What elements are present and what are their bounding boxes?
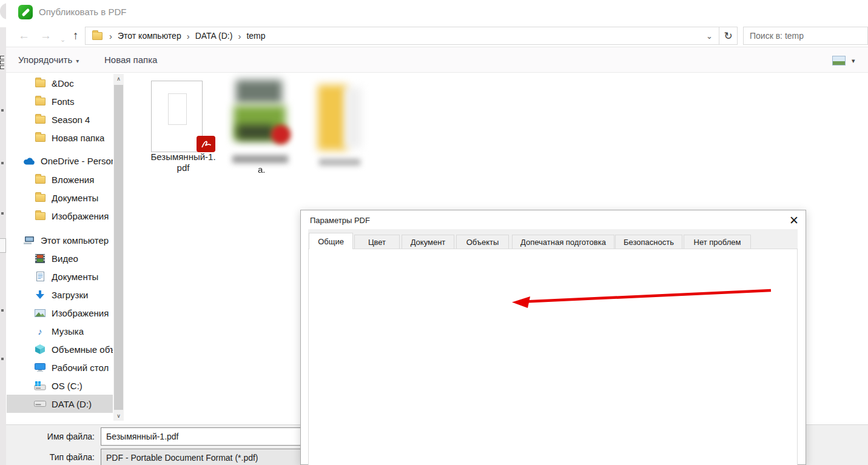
folder-icon (33, 194, 47, 202)
organize-label: Упорядочить (18, 55, 72, 65)
scroll-up-icon[interactable]: ∧ (113, 74, 124, 84)
filename-label: Имя файла: (22, 432, 95, 441)
music-note-icon: ♪ (33, 327, 47, 336)
sidebar-item-pictures-onedrive[interactable]: Изображения (7, 207, 113, 225)
tab-prepress[interactable]: Допечатная подготовка (512, 235, 614, 249)
sidebar-label: Season 4 (52, 115, 90, 125)
sidebar-item-documents-onedrive[interactable]: Документы (7, 189, 113, 207)
sidebar-label: Изображения (52, 308, 109, 318)
folder-icon (33, 134, 47, 142)
sidebar-label: OneDrive - Person (41, 156, 113, 166)
sidebar-label: Изображения (52, 211, 109, 221)
tab-objects[interactable]: Объекты (456, 235, 509, 249)
background-speck (1, 358, 4, 360)
search-input[interactable] (744, 27, 867, 44)
folder-icon (33, 212, 47, 220)
sidebar-label: Загрузки (52, 290, 88, 300)
file-item-blurred-2[interactable] (314, 82, 365, 173)
pdf-badge-blurred (271, 125, 291, 144)
file-item-blurred-1[interactable]: а. (229, 78, 292, 181)
pdf-thumbnail-content (168, 93, 187, 125)
filetype-value: PDF - Portable Document Format (*.pdf) (106, 453, 258, 463)
sidebar-label: DATA (D:) (52, 399, 92, 409)
sidebar-scrollbar[interactable]: ∧ ∨ (113, 74, 124, 421)
sidebar-item-downloads[interactable]: Загрузки (7, 286, 113, 304)
coreldraw-app-icon (18, 5, 33, 19)
sidebar-item-pictures[interactable]: Изображения (7, 304, 113, 322)
sidebar-label: Этот компьютер (41, 235, 109, 246)
search-box (743, 27, 868, 45)
folder-icon (33, 98, 47, 105)
sidebar-label: OS (C:) (52, 381, 82, 391)
forward-icon[interactable]: → (40, 28, 52, 43)
sidebar-item-fonts[interactable]: Fonts (7, 92, 113, 110)
sidebar-label: Видео (52, 253, 78, 264)
sidebar-item-3d-objects[interactable]: Объемные объ (7, 340, 113, 358)
os-drive-icon (33, 381, 47, 390)
sidebar-label: &Doc (52, 78, 74, 89)
tab-document[interactable]: Документ (402, 235, 454, 249)
background-panel-fragment (0, 238, 6, 253)
download-arrow-icon (33, 290, 47, 299)
tab-security[interactable]: Безопасность (615, 235, 682, 249)
sidebar-label: Музыка (52, 326, 84, 336)
cloud-icon (22, 157, 36, 165)
new-folder-button[interactable]: Новая папка (104, 55, 157, 65)
background-speck (1, 212, 4, 215)
back-icon[interactable]: ← (18, 28, 30, 43)
sidebar-label: Новая папка (52, 133, 104, 143)
file-name: Безымянный-1. (144, 152, 223, 162)
screen: Опубликовать в PDF ← → ⌄ ↑ › Этот компью… (0, 0, 868, 465)
organize-button[interactable]: Упорядочить▾ (18, 55, 79, 65)
tab-general[interactable]: Общие (309, 233, 353, 249)
view-options-caret-icon[interactable]: ▾ (852, 57, 855, 65)
filetype-label: Тип файла: (22, 452, 95, 462)
sidebar-item-this-pc[interactable]: Этот компьютер (7, 231, 113, 249)
sidebar-label: Рабочий стол (52, 363, 109, 373)
sidebar-label: Вложения (52, 175, 94, 185)
recent-locations-chevron-icon[interactable]: ⌄ (60, 32, 66, 47)
close-icon[interactable]: ✕ (785, 212, 803, 228)
scrollbar-thumb[interactable] (114, 85, 123, 410)
view-thumbnails-icon[interactable] (832, 56, 846, 65)
sidebar-label: Документы (52, 193, 98, 203)
sidebar-item-music[interactable]: ♪ Музыка (7, 322, 113, 340)
background-speck (1, 109, 4, 112)
partial-filename-text: а. (258, 164, 266, 175)
tab-no-issues[interactable]: Нет проблем (684, 235, 751, 249)
file-item-pdf[interactable]: Безымянный-1. pdf (144, 76, 223, 179)
titlebar: Опубликовать в PDF (6, 0, 868, 24)
breadcrumb-separator: › (232, 31, 246, 41)
sidebar-item-os-c[interactable]: OS (C:) (7, 376, 113, 395)
scroll-down-icon[interactable]: ∨ (113, 411, 124, 421)
address-bar[interactable]: › Этот компьютер › DATA (D:) › temp ⌄ (85, 27, 719, 45)
drive-icon (33, 401, 47, 407)
sidebar-label: Объемные объ (52, 344, 113, 355)
sidebar-label: Документы (52, 272, 98, 282)
sidebar-item-data-d[interactable]: DATA (D:) (7, 395, 113, 413)
sidebar-item-attachments[interactable]: Вложения (7, 170, 113, 189)
document-icon (33, 272, 47, 281)
breadcrumb-separator: › (181, 31, 195, 41)
refresh-button[interactable]: ↻ (719, 27, 738, 45)
sidebar-item-videos[interactable]: Видео (7, 249, 113, 267)
video-icon (33, 254, 47, 263)
sidebar-item-season4[interactable]: Season 4 (7, 110, 113, 129)
breadcrumb-this-pc[interactable]: Этот компьютер (118, 31, 181, 41)
sidebar-item-new-folder[interactable]: Новая папка (7, 129, 113, 147)
breadcrumb-temp[interactable]: temp (246, 31, 265, 41)
sidebar-item-desktop[interactable]: Рабочий стол (7, 358, 113, 376)
background-toolbox-mark (0, 61, 4, 64)
folder-icon (90, 32, 104, 40)
tab-color[interactable]: Цвет (354, 235, 400, 249)
address-dropdown-chevron-icon[interactable]: ⌄ (700, 32, 719, 41)
breadcrumb-drive-d[interactable]: DATA (D:) (195, 31, 233, 41)
pdf-thumbnail (151, 81, 203, 152)
sidebar-item-documents[interactable]: Документы (7, 267, 113, 286)
sidebar-item-onedrive[interactable]: OneDrive - Person (7, 152, 113, 170)
up-icon[interactable]: ↑ (73, 28, 79, 43)
sidebar-item-doc[interactable]: &Doc (7, 74, 113, 92)
picture-icon (33, 309, 47, 317)
file-name-line2: pdf (144, 162, 223, 173)
breadcrumb-separator: › (104, 31, 118, 41)
